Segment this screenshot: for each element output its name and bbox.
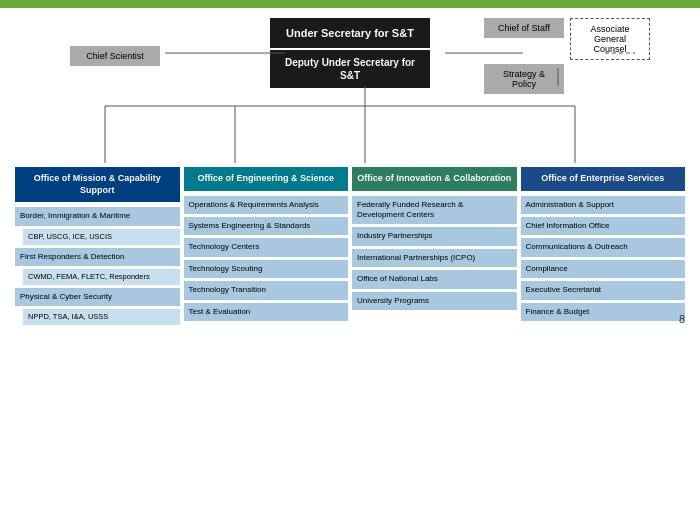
strategy-policy-box: Strategy & Policy	[484, 64, 564, 94]
list-item: Operations & Requirements Analysis	[184, 196, 349, 214]
chief-of-staff-label: Chief of Staff	[498, 23, 550, 33]
list-item: Executive Secretariat	[521, 281, 686, 299]
list-item: Physical & Cyber Security	[15, 288, 180, 306]
assoc-general-counsel-box: Associate General Counsel	[570, 18, 650, 60]
columns-section: Office of Mission & Capability Support B…	[15, 167, 685, 328]
list-item: Technology Transition	[184, 281, 349, 299]
list-item: Industry Partnerships	[352, 227, 517, 245]
list-item: Finance & Budget	[521, 303, 686, 321]
list-item: CBP, USCG, ICE, USCIS	[23, 229, 180, 245]
column-enterprise-services: Office of Enterprise Services Administra…	[521, 167, 686, 328]
list-item: First Responders & Detection	[15, 248, 180, 266]
under-secretary-box: Under Secretary for S&T	[270, 18, 430, 48]
col1-header: Office of Mission & Capability Support	[15, 167, 180, 202]
list-item: Compliance	[521, 260, 686, 278]
assoc-general-counsel-label: Associate General Counsel	[590, 24, 629, 54]
page-number: 8	[679, 313, 685, 325]
deputy-box: Deputy Under Secretary for S&T	[270, 50, 430, 88]
chief-of-staff-box: Chief of Staff	[484, 18, 564, 38]
top-bar	[0, 0, 700, 8]
list-item: Border, Immigration & Maritime	[15, 207, 180, 225]
chief-scientist-label: Chief Scientist	[86, 51, 144, 61]
col2-header: Office of Engineering & Science	[184, 167, 349, 191]
list-item: Technology Scouting	[184, 260, 349, 278]
list-item: Administration & Support	[521, 196, 686, 214]
column-mission-capability: Office of Mission & Capability Support B…	[15, 167, 180, 328]
deputy-label: Deputy Under Secretary for S&T	[285, 57, 415, 81]
strategy-policy-label: Strategy & Policy	[503, 69, 545, 89]
column-innovation-collaboration: Office of Innovation & Collaboration Fed…	[352, 167, 517, 328]
list-item: Chief Information Office	[521, 217, 686, 235]
list-item: Systems Engineering & Standards	[184, 217, 349, 235]
col4-header: Office of Enterprise Services	[521, 167, 686, 191]
list-item: CWMD, FEMA, FLETC, Responders	[23, 269, 180, 285]
under-secretary-label: Under Secretary for S&T	[286, 27, 414, 39]
col3-header: Office of Innovation & Collaboration	[352, 167, 517, 191]
list-item: University Programs	[352, 292, 517, 310]
list-item: Test & Evaluation	[184, 303, 349, 321]
list-item: Communications & Outreach	[521, 238, 686, 256]
list-item: Federally Funded Research & Development …	[352, 196, 517, 225]
column-engineering-science: Office of Engineering & Science Operatio…	[184, 167, 349, 328]
list-item: International Partnerships (ICPO)	[352, 249, 517, 267]
chief-scientist-box: Chief Scientist	[70, 46, 160, 66]
list-item: Office of National Labs	[352, 270, 517, 288]
list-item: Technology Centers	[184, 238, 349, 256]
list-item: NPPD, TSA, I&A, USSS	[23, 309, 180, 325]
